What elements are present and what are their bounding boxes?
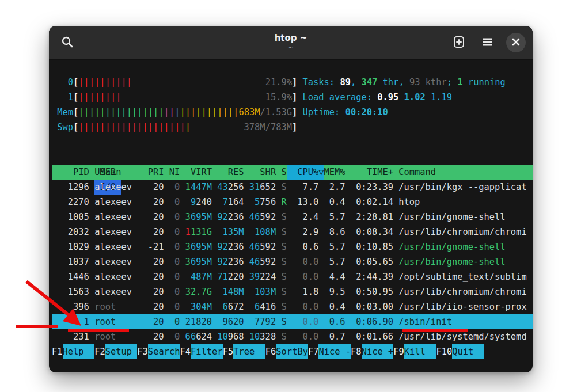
info-line-0: Tasks: 89, 347 thr, 93 kthr; 1 running: [303, 75, 506, 90]
fkey-filter[interactable]: F4Filter: [180, 344, 222, 359]
table-row[interactable]: 1446alexeev200487M7122039224S0.04.42:44.…: [52, 269, 533, 284]
column-header-user[interactable]: USER: [94, 165, 142, 180]
headerbar: htop ~ ~: [49, 26, 533, 60]
table-row[interactable]: 1029alexeev-2103695M9223646592S0.65.70:1…: [52, 239, 533, 254]
fkey-sortby[interactable]: F6SortBy: [265, 344, 308, 359]
column-header-res[interactable]: RES: [212, 165, 244, 180]
fkey-nice-[interactable]: F8Nice +: [351, 344, 393, 359]
meter-swp: Swp[|||||||||||||||||||||378M/783M]: [52, 120, 533, 135]
console-window: htop ~ ~ 0[||||||||||21.9%]Tasks: 89, 3: [49, 26, 533, 372]
window-title-text: htop ~: [275, 33, 307, 43]
meter-1: 1[||||||||15.9%]Load average: 0.95 1.02 …: [52, 90, 533, 105]
meters-panel: 0[||||||||||21.9%]Tasks: 89, 347 thr, 93…: [52, 75, 533, 135]
column-header-cmd[interactable]: Command: [393, 165, 533, 180]
window-subtitle-text: ~: [275, 45, 307, 52]
column-header-ni[interactable]: NI: [164, 165, 180, 180]
fkey-quit[interactable]: F10Quit: [436, 344, 484, 359]
table-row[interactable]: 1296alexeev2001447M4325631652S7.72.70:23…: [52, 180, 533, 195]
search-icon: [61, 36, 74, 50]
close-button[interactable]: [506, 33, 526, 52]
table-row[interactable]: 1037alexeev2003695M9223646592S0.05.70:05…: [52, 254, 533, 269]
screen-tabs: Main I/O: [52, 150, 533, 165]
table-row[interactable]: 1005alexeev2003695M9223646592S2.45.72:28…: [52, 210, 533, 224]
column-header-pri[interactable]: PRI: [143, 165, 164, 180]
table-row[interactable]: 1563alexeev20032.7G148M103MS1.89.50:50.9…: [52, 284, 533, 299]
function-key-bar: F1Help F2Setup F3SearchF4FilterF5Tree F6…: [52, 344, 533, 359]
fkey-kill[interactable]: F9Kill: [393, 344, 436, 359]
htop-screen: 0[||||||||||21.9%]Tasks: 89, 347 thr, 93…: [49, 60, 533, 372]
column-header-time[interactable]: TIME+: [345, 165, 393, 180]
menu-button[interactable]: [477, 32, 498, 53]
table-row[interactable]: 2032alexeev2001131G135M108MS2.98.60:08.3…: [52, 224, 533, 239]
close-icon: [511, 37, 521, 48]
fkey-search[interactable]: F3Search: [137, 344, 180, 359]
process-table: 1296alexeev2001447M4325631652S7.72.70:23…: [52, 180, 533, 344]
window-title: htop ~ ~: [275, 33, 307, 52]
search-button[interactable]: [57, 32, 78, 53]
meter-0: 0[||||||||||21.9%]Tasks: 89, 347 thr, 93…: [52, 75, 533, 90]
fkey-help[interactable]: F1Help: [52, 344, 94, 359]
menu-icon: [481, 36, 494, 50]
column-header-pid[interactable]: PID: [52, 165, 89, 180]
new-tab-button[interactable]: [449, 32, 469, 53]
fkey-tree[interactable]: F5Tree: [223, 344, 265, 359]
table-row[interactable]: 396root200304M66726416S0.00.40:03.00/usr…: [52, 299, 533, 314]
column-header-shr[interactable]: SHR: [244, 165, 276, 180]
table-row[interactable]: 2270alexeev200924071645756R13.00.40:02.1…: [52, 195, 533, 210]
fkey-nice-[interactable]: F7Nice -: [308, 344, 351, 359]
table-row-selected[interactable]: 1root2002182096207792S0.00.60:06.90/sbin…: [52, 314, 533, 329]
fkey-setup[interactable]: F2Setup: [94, 344, 137, 359]
info-line-1: Load average: 0.95 1.02 1.19: [303, 90, 453, 105]
column-header-cpu[interactable]: CPU%: [287, 165, 319, 180]
column-header-virt[interactable]: VIRT: [180, 165, 212, 180]
column-header-s[interactable]: S: [276, 165, 287, 180]
info-line-2: Uptime: 00:20:10: [303, 105, 388, 120]
meter-mem: Mem[||||||||||||||||||||||||||||||683M/1…: [52, 105, 533, 120]
table-row[interactable]: 231root200666241096810328S0.00.70:01.66/…: [52, 329, 533, 344]
column-header-sort[interactable]: ▽: [318, 165, 324, 180]
new-tab-icon: [452, 35, 466, 51]
column-header-mem[interactable]: MEM%: [324, 165, 345, 180]
table-header: PIDUSERPRINIVIRTRESSHRSCPU%▽MEM%TIME+Com…: [52, 165, 533, 180]
